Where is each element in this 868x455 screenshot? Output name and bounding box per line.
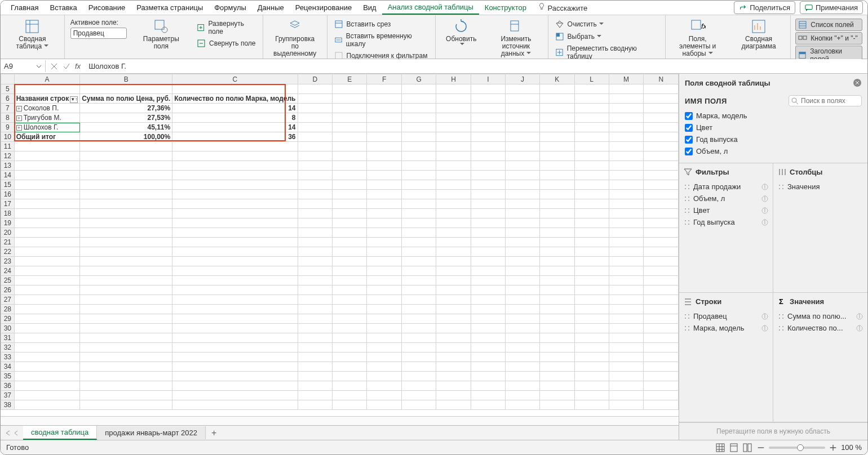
col-header[interactable]: D bbox=[298, 74, 332, 84]
col-header[interactable]: B bbox=[80, 74, 172, 84]
field-check[interactable]: Год выпуска bbox=[685, 133, 862, 145]
row-header[interactable]: 34 bbox=[1, 362, 15, 372]
add-sheet-button[interactable]: + bbox=[206, 428, 222, 438]
zone-item[interactable]: Дата продажиi bbox=[683, 181, 769, 193]
row-header[interactable]: 14 bbox=[1, 171, 15, 180]
tab-tellme[interactable]: Расскажите bbox=[532, 1, 593, 15]
row-header[interactable]: 26 bbox=[1, 286, 15, 295]
fx-icon[interactable]: fx bbox=[75, 62, 81, 70]
tab-insert[interactable]: Вставка bbox=[44, 1, 82, 14]
field-check[interactable]: Марка, модель bbox=[685, 110, 862, 122]
panel-search-input[interactable] bbox=[801, 97, 857, 105]
row-header[interactable]: 32 bbox=[1, 343, 15, 353]
row-header[interactable]: 10 bbox=[1, 132, 15, 142]
tab-home[interactable]: Главная bbox=[5, 1, 44, 14]
row-header[interactable]: 7 bbox=[1, 104, 15, 113]
zone-item[interactable]: Значения bbox=[777, 181, 864, 193]
col-header[interactable]: F bbox=[367, 74, 401, 84]
row-header[interactable]: 36 bbox=[1, 381, 15, 391]
group-selection-button[interactable]: Группировка по выделенному bbox=[268, 17, 322, 59]
collapse-field-button[interactable]: Свернуть поле bbox=[194, 38, 258, 49]
col-header[interactable]: M bbox=[609, 74, 644, 84]
zone-item[interactable]: Год выпускаi bbox=[683, 216, 769, 228]
tab-review[interactable]: Рецензирование bbox=[290, 1, 357, 14]
pm-buttons-toggle[interactable]: Кнопки "+" и "-" bbox=[795, 32, 862, 44]
sheet-tab-pivot[interactable]: сводная таблица bbox=[23, 426, 97, 440]
cancel-icon[interactable] bbox=[50, 63, 58, 70]
zone-item[interactable]: Объем, лi bbox=[683, 193, 769, 204]
col-header[interactable]: G bbox=[401, 74, 436, 84]
row-header[interactable]: 37 bbox=[1, 391, 15, 400]
tab-data[interactable]: Данные bbox=[252, 1, 290, 14]
row-header[interactable]: 5 bbox=[1, 84, 15, 94]
active-field-input[interactable] bbox=[70, 28, 127, 39]
row-header[interactable]: 12 bbox=[1, 151, 15, 161]
row-header[interactable]: 24 bbox=[1, 266, 15, 276]
zone-item[interactable]: Цветi bbox=[683, 204, 769, 216]
col-header[interactable]: J bbox=[505, 74, 539, 84]
panel-search[interactable] bbox=[789, 95, 862, 106]
close-panel-icon[interactable] bbox=[853, 78, 862, 87]
row-header[interactable]: 19 bbox=[1, 218, 15, 228]
row-header[interactable]: 6 bbox=[1, 94, 15, 104]
col-header[interactable]: A bbox=[14, 74, 80, 84]
sheet-nav-first-icon[interactable] bbox=[4, 430, 11, 436]
zone-item[interactable]: Количество по...i bbox=[777, 322, 864, 334]
row-header[interactable]: 25 bbox=[1, 276, 15, 286]
fields-items-sets-button[interactable]: fx Поля, элементы и наборы bbox=[670, 17, 724, 59]
zoom-slider[interactable] bbox=[769, 447, 825, 449]
row-header[interactable]: 20 bbox=[1, 228, 15, 238]
clear-button[interactable]: Очистить bbox=[553, 19, 661, 30]
zone-item[interactable]: Сумма по полю...i bbox=[777, 310, 864, 322]
view-normal-icon[interactable] bbox=[716, 443, 725, 452]
field-check[interactable]: Цвет bbox=[685, 122, 862, 133]
row-header[interactable]: 21 bbox=[1, 238, 15, 247]
tab-layout[interactable]: Разметка страницы bbox=[131, 1, 209, 14]
view-layout-icon[interactable] bbox=[729, 443, 738, 452]
col-header[interactable]: K bbox=[540, 74, 574, 84]
col-header[interactable]: L bbox=[574, 74, 609, 84]
share-button[interactable]: Поделиться bbox=[734, 1, 795, 14]
tab-pivot-analyze[interactable]: Анализ сводной таблицы bbox=[382, 1, 479, 15]
zone-item[interactable]: Марка, модельi bbox=[683, 322, 769, 334]
horizontal-scrollbar[interactable] bbox=[1, 416, 679, 425]
row-header[interactable]: 35 bbox=[1, 372, 15, 381]
row-header[interactable]: 15 bbox=[1, 180, 15, 190]
field-check[interactable]: Объем, л bbox=[685, 145, 862, 157]
tab-view[interactable]: Вид bbox=[357, 1, 382, 14]
confirm-icon[interactable] bbox=[63, 63, 70, 70]
col-header[interactable]: E bbox=[332, 74, 366, 84]
row-header[interactable]: 11 bbox=[1, 142, 15, 151]
field-list-toggle[interactable]: Список полей bbox=[795, 19, 862, 31]
pivot-chart-button[interactable]: Сводная диаграмма bbox=[732, 17, 786, 51]
tab-formulas[interactable]: Формулы bbox=[209, 1, 252, 14]
expand-field-button[interactable]: Развернуть поле bbox=[194, 19, 258, 37]
row-header[interactable]: 30 bbox=[1, 324, 15, 333]
row-header[interactable]: 9 bbox=[1, 123, 15, 132]
row-header[interactable]: 18 bbox=[1, 209, 15, 218]
sheet-nav-prev-icon[interactable] bbox=[13, 430, 20, 436]
row-header[interactable]: 38 bbox=[1, 400, 15, 410]
row-header[interactable]: 16 bbox=[1, 190, 15, 199]
row-header[interactable]: 31 bbox=[1, 333, 15, 343]
pivottable-button[interactable]: Сводная таблица bbox=[5, 17, 60, 51]
row-header[interactable]: 17 bbox=[1, 199, 15, 209]
row-header[interactable]: 23 bbox=[1, 257, 15, 266]
insert-timeline-button[interactable]: Вставить временную шкалу bbox=[332, 31, 431, 49]
name-box[interactable]: A9 bbox=[1, 60, 46, 72]
col-header[interactable]: I bbox=[471, 74, 505, 84]
row-header[interactable]: 22 bbox=[1, 247, 15, 257]
insert-slicer-button[interactable]: Вставить срез bbox=[332, 19, 431, 30]
change-source-button[interactable]: Изменить источник данных bbox=[489, 17, 543, 59]
view-pagebreak-icon[interactable] bbox=[743, 443, 752, 452]
row-header[interactable]: 33 bbox=[1, 353, 15, 362]
col-header[interactable]: H bbox=[436, 74, 471, 84]
tab-draw[interactable]: Рисование bbox=[83, 1, 131, 14]
row-header[interactable]: 29 bbox=[1, 314, 15, 324]
field-settings-button[interactable]: Параметры поля bbox=[135, 17, 188, 51]
row-header[interactable]: 27 bbox=[1, 295, 15, 305]
tab-design[interactable]: Конструктор bbox=[479, 1, 532, 14]
refresh-button[interactable]: Обновить bbox=[440, 17, 482, 48]
zoom-out-icon[interactable] bbox=[756, 443, 765, 452]
row-header[interactable]: 13 bbox=[1, 161, 15, 171]
